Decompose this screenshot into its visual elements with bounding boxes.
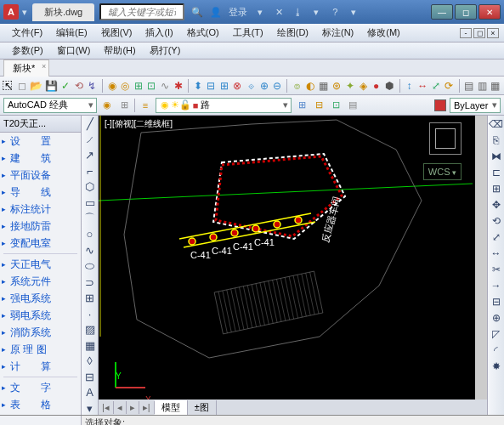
drawing-canvas[interactable]: [-][俯视][二维线框] WCS ▾ C-41C-41 C-41C-41 反应… [99, 116, 487, 415]
explode-icon[interactable]: ✸ [490, 360, 503, 373]
cloud-icon[interactable]: ⭳ [292, 6, 303, 18]
sidebar-item[interactable]: 计 算 [0, 358, 81, 375]
mdi-restore-button[interactable]: ◻ [473, 28, 485, 38]
circle-icon[interactable]: ○ [83, 228, 97, 241]
join-icon[interactable]: ⊕ [490, 311, 503, 325]
tool-icon[interactable]: ⟲ [74, 79, 85, 93]
tool-icon[interactable]: ⊖ [272, 79, 283, 93]
login-label[interactable]: 登录 [229, 6, 247, 18]
erase-icon[interactable]: ⌫ [490, 117, 503, 131]
tab-nav-next[interactable]: ▸ [127, 401, 139, 414]
tool-icon[interactable]: ⤢ [430, 79, 441, 93]
tool-icon[interactable]: ◎ [120, 79, 131, 93]
menu-modify[interactable]: 修改(M) [360, 25, 407, 41]
document-tab[interactable]: 新块*× [3, 60, 49, 76]
fillet-icon[interactable]: ◜ [490, 343, 503, 357]
sidebar-item[interactable]: 变配电室 [0, 235, 81, 252]
tool-icon[interactable]: ◐ [305, 79, 316, 93]
dropdown-icon[interactable]: ▾ [348, 6, 360, 18]
sidebar-item[interactable]: 文 字 [0, 379, 81, 396]
tab-close-icon[interactable]: × [42, 62, 46, 71]
ellipse-arc-icon[interactable]: ⊃ [83, 275, 97, 289]
menu-yida[interactable]: 易打(Y) [143, 42, 188, 59]
tool-icon[interactable]: ⊡ [329, 99, 343, 112]
sidebar-item[interactable]: 标注统计 [0, 201, 81, 218]
help-icon[interactable]: ? [329, 6, 341, 18]
new-icon[interactable]: ◻ [17, 79, 28, 93]
window-title-tab[interactable]: 新块.dwg [32, 3, 94, 21]
mdi-minimize-button[interactable]: - [460, 28, 472, 38]
mdi-close-button[interactable]: × [487, 28, 499, 38]
sidebar-item[interactable]: 系统元件 [0, 273, 81, 290]
rotate-icon[interactable]: ⟲ [490, 214, 503, 228]
tool-icon[interactable]: ⊟ [206, 79, 217, 93]
sidebar-item[interactable]: 天正电气 [0, 256, 81, 273]
tool-icon[interactable]: ▤ [463, 79, 474, 93]
sidebar-item[interactable]: 建 筑 [0, 150, 81, 167]
tool-icon[interactable]: ✓ [60, 79, 71, 93]
arc-icon[interactable]: ⌒ [83, 212, 97, 225]
close-button[interactable]: ✕ [479, 4, 501, 20]
workspace-combo[interactable]: AutoCAD 经典 [3, 98, 97, 113]
search-icon[interactable]: 🔍 [191, 6, 203, 18]
tool-icon[interactable]: ⊞ [219, 79, 230, 93]
tool-icon[interactable]: ↕ [404, 79, 415, 93]
layer-icon[interactable]: ≡ [139, 99, 152, 112]
tool-icon[interactable]: ◉ [107, 79, 118, 93]
cursor-icon[interactable]: ↖⬚ [3, 79, 14, 93]
polyline-icon[interactable]: ⌐ [83, 165, 97, 178]
spline-icon[interactable]: ∿ [83, 244, 97, 258]
array-icon[interactable]: ⊞ [490, 182, 503, 196]
sidebar-item[interactable]: 接地防雷 [0, 218, 81, 235]
save-icon[interactable]: 💾 [45, 79, 58, 93]
tool-icon[interactable]: ⊞ [133, 79, 144, 93]
maximize-button[interactable]: ◻ [455, 4, 477, 20]
tool-icon[interactable]: ▤ [346, 99, 360, 112]
tool-icon[interactable]: ∿ [160, 79, 171, 93]
polygon-icon[interactable]: ⬡ [83, 180, 97, 194]
menu-window[interactable]: 窗口(W) [50, 42, 98, 59]
menu-edit[interactable]: 编辑(E) [49, 25, 94, 41]
layer-combo[interactable]: ◉ ☀ 🔓 ■ 路 [156, 98, 292, 113]
pline-icon[interactable]: ⟋ [83, 133, 97, 147]
tool-icon[interactable]: ▦ [490, 79, 501, 93]
tool-icon[interactable]: ⊞ [117, 99, 131, 112]
app-menu-icon[interactable]: ▾ [22, 7, 27, 18]
tool-icon[interactable]: ● [371, 79, 382, 93]
tab-nav-last[interactable]: ▸| [139, 401, 155, 414]
sidebar-item[interactable]: 设 置 [0, 133, 81, 150]
tool-icon[interactable]: ⬢ [384, 79, 395, 93]
tool-icon[interactable]: ▦ [318, 79, 329, 93]
ray-icon[interactable]: ↗ [83, 149, 97, 162]
tool-icon[interactable]: ⊡ [146, 79, 157, 93]
help-search-input[interactable] [99, 3, 184, 20]
tool-icon[interactable]: ⊕ [258, 79, 269, 93]
tab-layout[interactable]: ±图 [188, 400, 217, 415]
menu-format[interactable]: 格式(O) [180, 25, 226, 41]
offset-icon[interactable]: ⊏ [490, 166, 503, 179]
rectangle-icon[interactable]: ▭ [83, 196, 97, 210]
extend-icon[interactable]: → [490, 279, 503, 292]
hatch-icon[interactable]: ▨ [83, 323, 97, 337]
sidebar-item[interactable]: 强电系统 [0, 290, 81, 307]
tool-icon[interactable]: ⊟ [312, 99, 326, 112]
sidebar-item[interactable]: 弱电系统 [0, 307, 81, 324]
tool-icon[interactable]: ✦ [344, 79, 355, 93]
trim-icon[interactable]: ✂ [490, 263, 503, 276]
menu-param[interactable]: 参数(P) [5, 42, 50, 59]
tool-icon[interactable]: ◉ [100, 99, 114, 112]
menu-draw[interactable]: 绘图(D) [270, 25, 315, 41]
tool-icon[interactable]: ✱ [173, 79, 184, 93]
menu-help[interactable]: 帮助(H) [97, 42, 142, 59]
tool-icon[interactable]: ⌾ [292, 79, 303, 93]
menu-insert[interactable]: 插入(I) [139, 25, 179, 41]
menu-tools[interactable]: 工具(T) [226, 25, 270, 41]
sidebar-item[interactable]: 表 格 [0, 396, 81, 413]
point-icon[interactable]: · [83, 307, 97, 320]
tool-icon[interactable]: ⬍ [193, 79, 204, 93]
dropdown-icon[interactable]: ▾ [83, 402, 97, 416]
menu-view[interactable]: 视图(V) [94, 25, 139, 41]
app-logo-icon[interactable]: A [3, 4, 19, 20]
tool-icon[interactable]: ⊗ [232, 79, 243, 93]
block-icon[interactable]: ⊞ [83, 292, 97, 305]
